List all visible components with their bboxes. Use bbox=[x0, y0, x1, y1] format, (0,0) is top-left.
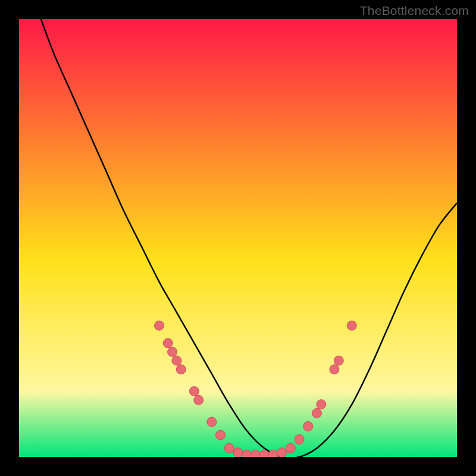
data-marker bbox=[286, 443, 295, 453]
chart-container: TheBottleneck.com bbox=[0, 0, 476, 476]
chart-svg bbox=[19, 19, 457, 457]
data-marker bbox=[207, 417, 217, 427]
data-marker bbox=[242, 450, 252, 457]
data-marker bbox=[233, 448, 243, 457]
data-marker bbox=[176, 365, 186, 374]
plot-area bbox=[19, 19, 457, 457]
data-marker bbox=[259, 450, 269, 457]
data-marker bbox=[312, 408, 321, 418]
data-marker bbox=[277, 448, 287, 457]
data-marker bbox=[155, 321, 164, 330]
data-marker bbox=[163, 339, 173, 348]
data-marker bbox=[172, 356, 181, 365]
data-marker bbox=[303, 421, 313, 431]
data-marker bbox=[224, 443, 234, 453]
data-marker bbox=[295, 435, 304, 444]
data-marker bbox=[334, 356, 343, 365]
data-marker bbox=[317, 400, 326, 409]
data-marker bbox=[216, 430, 226, 440]
data-marker bbox=[189, 387, 199, 396]
data-marker bbox=[194, 395, 203, 405]
watermark-text: TheBottleneck.com bbox=[360, 4, 469, 18]
data-marker bbox=[330, 365, 339, 374]
data-marker bbox=[250, 450, 260, 457]
data-marker bbox=[268, 450, 278, 457]
plot-background bbox=[19, 19, 457, 457]
data-marker bbox=[347, 321, 356, 330]
data-marker bbox=[168, 347, 177, 356]
